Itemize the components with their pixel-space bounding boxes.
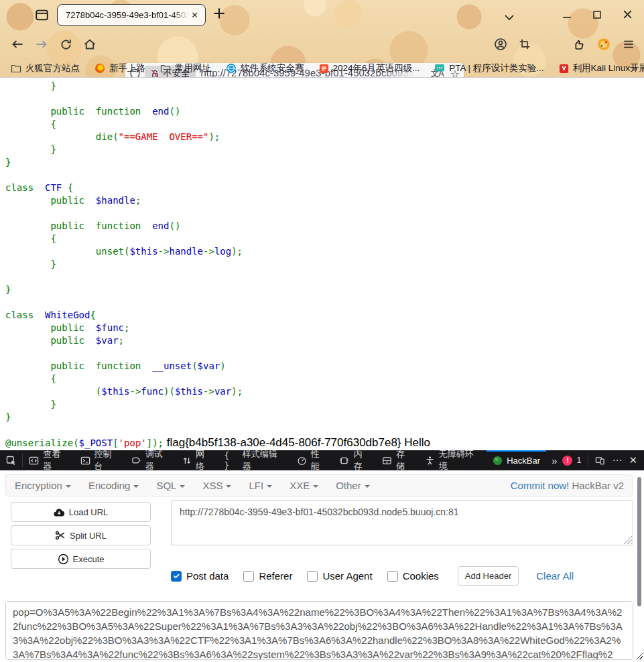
extension-colored-icon[interactable]	[596, 36, 612, 52]
bookmark-item[interactable]: PTA | 程序设计类实验...	[434, 62, 543, 74]
screenshot-icon[interactable]	[517, 36, 533, 52]
hackbar-menu-other[interactable]: Other	[327, 475, 379, 496]
code-token: $this	[129, 246, 157, 257]
checkbox-box[interactable]	[307, 571, 318, 582]
split-url-button[interactable]: Split URL	[11, 525, 151, 545]
element-picker-icon[interactable]	[0, 450, 22, 470]
clear-all-link[interactable]: Clear All	[536, 570, 574, 582]
execute-button[interactable]: Execute	[11, 549, 151, 569]
bookmark-label: PTA | 程序设计类实验...	[449, 62, 543, 74]
code-token: ]);	[147, 438, 164, 448]
code-line: {	[5, 118, 644, 131]
checkbox-label: User Agent	[322, 570, 372, 582]
devtools-tab-网络[interactable]: 网络	[176, 450, 218, 470]
checkbox-box[interactable]	[243, 571, 254, 582]
hackbar-menu-xss[interactable]: XSS	[194, 475, 240, 496]
hackbar-menu-encoding[interactable]: Encoding	[80, 475, 148, 496]
code-token: $func	[96, 322, 124, 333]
checkbox-label: Post data	[186, 570, 229, 582]
tab-title: 7278b04c-3959-49e3-bf01-4503	[66, 10, 190, 20]
bookmark-item[interactable]: 软件系统安全赛	[226, 62, 304, 74]
post-data-input[interactable]: pop=O%3A5%3A%22Begin%22%3A1%3A%7Bs%3A4%3…	[5, 601, 633, 660]
devtools-tab-label: 性能	[311, 448, 328, 472]
devtools-tab-性能[interactable]: 性能	[291, 450, 334, 470]
code-line: class WhiteGod{	[5, 309, 644, 322]
back-icon[interactable]	[9, 36, 25, 52]
code-line: {	[5, 233, 644, 245]
menu-hamburger-icon[interactable]	[621, 36, 637, 52]
bookmark-item[interactable]: 常用网址	[160, 62, 211, 74]
code-line: die("==GAME OVER==");	[5, 131, 644, 143]
tab-close-icon[interactable]: ✕	[190, 10, 200, 20]
browser-tab[interactable]: 7278b04c-3959-49e3-bf01-4503 ✕	[57, 4, 206, 26]
devtools-tab-存储[interactable]: 存储	[376, 450, 419, 470]
devtools-tab-样式编辑器[interactable]: { }样式编辑器	[218, 450, 291, 470]
bookmark-item[interactable]: 新手上路	[94, 62, 145, 74]
bookmark-item[interactable]: 火狐官方站点	[11, 62, 80, 74]
hackbar-menu-lfi[interactable]: LFI	[240, 475, 281, 496]
code-token: ()	[169, 220, 180, 231]
code-line: ($this->func)($this->var);	[5, 385, 644, 398]
code-token: }	[5, 80, 56, 91]
hackbar-menu-xxe[interactable]: XXE	[281, 475, 327, 496]
commit-now-link[interactable]: Commit now!	[511, 480, 570, 491]
network-icon	[182, 455, 192, 466]
responsive-mode-icon[interactable]	[595, 454, 605, 466]
bookmarks-overflow-icon[interactable]: »	[632, 62, 637, 74]
code-token: class	[5, 310, 45, 320]
panel-scrollbar-thumb[interactable]	[637, 477, 641, 606]
extension-thumb-icon[interactable]	[570, 36, 586, 52]
tab-list-chevron-icon[interactable]	[504, 11, 515, 23]
code-token: end	[152, 220, 169, 231]
add-header-button[interactable]: Add Header	[458, 566, 519, 586]
cloud-download-icon	[54, 507, 65, 517]
panel-resize-grip[interactable]	[635, 652, 643, 659]
code-line: public $handle;	[5, 194, 644, 207]
firefox-view-icon[interactable]	[35, 8, 49, 22]
maximize-icon[interactable]	[592, 8, 602, 20]
tab-bar: 7278b04c-3959-49e3-bf01-4503 ✕	[0, 0, 644, 29]
orange-doc-icon	[319, 62, 329, 74]
devtools-tab-内存[interactable]: 内存	[333, 450, 376, 470]
hackbar-options-row: Post dataRefererUser AgentCookiesAdd Hea…	[171, 567, 574, 585]
code-token: )(	[164, 386, 175, 397]
account-icon[interactable]	[493, 36, 509, 52]
browser-chrome: 7278b04c-3959-49e3-bf01-4503 ✕	[0, 0, 644, 77]
play-circle-icon	[58, 553, 69, 565]
checkbox-post-data[interactable]: Post data	[171, 570, 229, 582]
menu-label: Encryption	[15, 480, 62, 491]
bookmark-item[interactable]: 2024年6月英语四级...	[319, 62, 420, 74]
checkbox-user-agent[interactable]: User Agent	[307, 570, 372, 582]
window-close-icon[interactable]	[622, 8, 633, 20]
code-line	[5, 271, 644, 283]
devtools-tab-hackbar[interactable]: HackBar	[487, 450, 546, 470]
reload-icon[interactable]	[58, 36, 74, 52]
home-icon[interactable]	[82, 36, 98, 52]
code-token: $_POST	[79, 438, 113, 448]
devtools-tab-控制台[interactable]: 控制台	[74, 450, 125, 470]
error-badge-icon[interactable]: !	[562, 456, 572, 466]
hackbar-menu-encryption[interactable]: Encryption	[6, 475, 80, 496]
hackbar-panel: EncryptionEncodingSQLXSSLFIXXEOther Comm…	[0, 470, 644, 662]
new-tab-icon[interactable]	[212, 6, 227, 21]
minimize-icon[interactable]	[562, 11, 572, 23]
devtools-overflow-icon[interactable]: »	[546, 450, 562, 470]
devtools-menu-dots-icon[interactable]: ⋯	[612, 454, 622, 466]
devtools-close-icon[interactable]: ✕	[629, 454, 637, 466]
code-token: var	[214, 386, 231, 397]
hackbar-url-input[interactable]: http://7278b04c-3959-49e3-bf01-45032bcb0…	[171, 500, 633, 545]
code-token: {	[90, 310, 95, 320]
forward-icon[interactable]	[34, 36, 50, 52]
checkbox-box[interactable]	[387, 571, 398, 582]
hackbar-menu-sql[interactable]: SQL	[147, 475, 194, 496]
bookmark-label: 火狐官方站点	[25, 62, 80, 74]
devtools-tab-无障碍环境[interactable]: 无障碍环境	[419, 450, 487, 470]
checkbox-box[interactable]	[171, 571, 182, 582]
devtools-tab-调试器[interactable]: 调试器	[125, 450, 176, 470]
code-token: {	[5, 233, 56, 244]
load-url-button[interactable]: Load URL	[11, 502, 151, 522]
checkbox-cookies[interactable]: Cookies	[387, 570, 439, 582]
devtools-tab-查看器[interactable]: 查看器	[23, 450, 74, 470]
code-token: }	[5, 144, 56, 155]
checkbox-referer[interactable]: Referer	[243, 570, 292, 582]
